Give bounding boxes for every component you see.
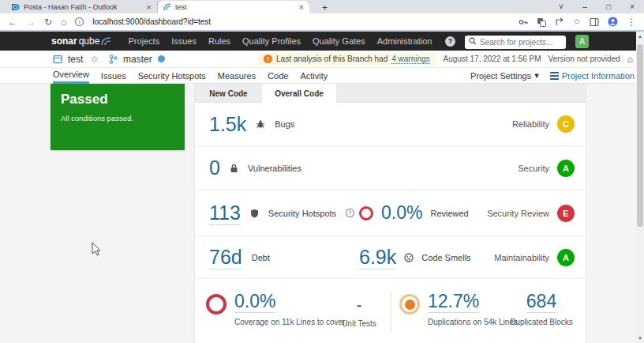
key-icon[interactable] [519, 17, 528, 27]
hotspots-help-icon[interactable]: ? [346, 209, 354, 217]
navbar-item-projects[interactable]: Projects [128, 36, 159, 46]
tab-code[interactable]: Code [268, 68, 288, 84]
debt-label: Debt [252, 253, 270, 262]
duplications-section: 12.7% Duplications on 54k Lines 684 Dupl… [391, 279, 586, 343]
coverage-ring-icon [206, 294, 227, 315]
quality-gate-subtitle: All conditions passed. [61, 114, 174, 122]
project-settings-button[interactable]: Project Settings ▾ [470, 70, 539, 81]
code-smells-icon [404, 253, 414, 262]
coverage-value[interactable]: 0.0% [234, 291, 275, 313]
new-tab-button[interactable]: + [317, 2, 332, 13]
coverage-lines-link[interactable]: 11k [282, 318, 294, 326]
quality-gate-status: Passed [61, 92, 174, 107]
debt-value[interactable]: 76d [209, 246, 242, 270]
tab-title: test [175, 3, 295, 11]
measures-card: New Code Overall Code 1.5k Bugs Reliabil… [195, 84, 586, 343]
debt-measure: 76d Debt [209, 246, 270, 270]
sonarqube-favicon-icon [163, 3, 171, 11]
maximize-button[interactable]: □ [597, 0, 620, 13]
branch-icon [109, 55, 118, 64]
tab-close-icon[interactable]: × [299, 2, 304, 12]
vulnerabilities-row: 0 Vulnerabilities Security A [195, 145, 586, 190]
tab-activity[interactable]: Activity [300, 68, 328, 84]
browser-tab-sonarqube[interactable]: test × [158, 1, 309, 13]
address-bar[interactable]: localhost:9000/dashboard?id=test [92, 17, 510, 26]
navbar-item-rules[interactable]: Rules [208, 36, 230, 46]
tab-overall-code[interactable]: Overall Code [262, 84, 336, 103]
reviewed-value: 0.0% [381, 202, 422, 224]
tab-close-icon[interactable]: × [147, 2, 152, 12]
duplications-lines-link[interactable]: 54k [484, 318, 496, 326]
code-smells-value[interactable]: 6.9k [359, 246, 396, 270]
page-scrollbar[interactable]: ▲ ▼ [636, 32, 644, 343]
maintainability-label: Maintainability [494, 253, 549, 262]
vulnerabilities-value[interactable]: 0 [209, 156, 220, 179]
branch-status-icon[interactable] [158, 55, 165, 62]
navbar-item-quality-gates[interactable]: Quality Gates [313, 36, 365, 46]
breadcrumb-project[interactable]: test [68, 54, 83, 65]
context-right: ! Last analysis of this Branch had 4 war… [257, 53, 633, 66]
duplicated-blocks-value[interactable]: 684 [526, 291, 556, 313]
homepage-icon[interactable]: ⌂ [627, 54, 633, 65]
duplications-value[interactable]: 12.7% [428, 291, 479, 313]
profile-chevron-icon[interactable]: ˅ [549, 0, 573, 13]
profile-avatar-icon[interactable] [608, 17, 618, 27]
reload-icon[interactable]: ↻ [44, 17, 52, 28]
navbar-item-issues[interactable]: Issues [171, 36, 197, 46]
hotspots-value[interactable]: 113 [209, 202, 241, 225]
browser-menu-icon[interactable]: ⋮ [627, 17, 636, 28]
chevron-down-icon: ▾ [534, 70, 539, 81]
browser-tab-outlook[interactable]: Posta - Hasan Fatih - Outlook × [6, 1, 158, 13]
reliability-label: Reliability [512, 119, 549, 129]
minimize-button[interactable]: – [573, 0, 597, 13]
bugs-value[interactable]: 1.5k [209, 113, 246, 136]
favorite-star-icon[interactable]: ☆ [90, 54, 99, 65]
bugs-row: 1.5k Bugs Reliability C [195, 103, 586, 145]
tab-issues[interactable]: Issues [101, 68, 126, 84]
tab-security-hotspots[interactable]: Security Hotspots [138, 68, 206, 84]
duplications-label-pre: Duplications on [428, 318, 481, 326]
screen: Posta - Hasan Fatih - Outlook × test × +… [0, 0, 644, 343]
mouse-cursor [92, 242, 101, 256]
breadcrumb-branch[interactable]: master [123, 54, 152, 65]
search-input[interactable] [465, 36, 566, 49]
sonarqube-logo[interactable]: sonarqube [51, 36, 112, 47]
project-information-label: Project Information [562, 71, 635, 81]
tab-new-code[interactable]: New Code [195, 84, 262, 103]
navbar-item-quality-profiles[interactable]: Quality Profiles [242, 36, 301, 46]
reliability-rating-group: Reliability C [512, 115, 575, 133]
vulnerabilities-label: Vulnerabilities [248, 164, 301, 173]
duplications-measure: 12.7% Duplications on 54k Lines [399, 291, 518, 326]
tab-title: Posta - Hasan Fatih - Outlook [24, 3, 143, 11]
tab-measures[interactable]: Measures [218, 68, 256, 84]
bug-icon [256, 119, 265, 129]
security-rating-group: Security A [518, 160, 575, 177]
scrollbar-up-icon[interactable]: ▲ [636, 32, 644, 41]
project-context-bar: test ☆ master ! Last analysis of this Br… [0, 51, 644, 68]
user-avatar[interactable]: A [575, 35, 589, 48]
code-period-tabs: New Code Overall Code [195, 84, 586, 103]
analysis-warning-badge: ! Last analysis of this Branch had 4 war… [257, 53, 436, 66]
urlbar-actions: ☆ ⋮ [519, 17, 636, 28]
scrollbar-down-icon[interactable]: ▼ [636, 334, 644, 343]
project-information-link[interactable]: Project Information [550, 71, 635, 81]
scrollbar-thumb[interactable] [637, 44, 643, 227]
home-icon[interactable]: ⌂ [61, 17, 66, 28]
security-review-label: Security Review [487, 209, 549, 218]
side-panel-icon[interactable] [590, 17, 599, 27]
back-icon[interactable]: ← [8, 17, 17, 28]
navbar-item-administration[interactable]: Administration [377, 36, 432, 46]
warnings-link[interactable]: 4 warnings [391, 55, 429, 64]
maintainability-rating-group: Maintainability A [494, 249, 575, 266]
warning-text: Last analysis of this Branch had [276, 55, 388, 63]
share-icon[interactable] [555, 17, 564, 27]
code-smells-measure: 6.9k Code Smells [359, 246, 471, 270]
sonarqube-swoosh-icon [101, 36, 112, 46]
help-icon[interactable]: ? [445, 36, 455, 47]
forward-icon[interactable]: → [26, 17, 36, 28]
page-info-icon[interactable]: i [75, 17, 84, 26]
translate-icon[interactable] [537, 17, 546, 27]
tab-overview[interactable]: Overview [53, 68, 89, 84]
close-button[interactable]: × [620, 0, 644, 13]
bookmark-star-icon[interactable]: ☆ [573, 17, 581, 27]
